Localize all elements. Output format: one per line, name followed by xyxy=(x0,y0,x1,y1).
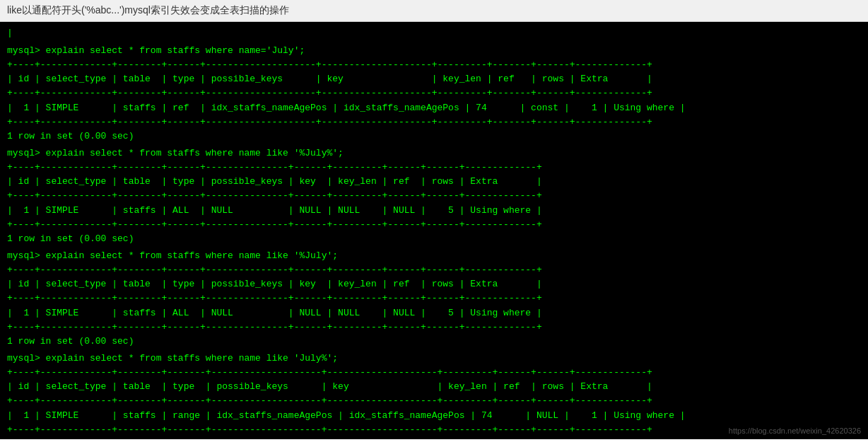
terminal: | mysql> explain select * from staffs wh… xyxy=(0,22,868,439)
terminal-line: | id | select_type | table | type | poss… xyxy=(7,277,861,291)
watermark: https://blog.csdn.net/weixin_42620326 xyxy=(729,426,861,435)
terminal-line: +----+-------------+--------+------+----… xyxy=(7,115,861,129)
terminal-line: mysql> explain select * from staffs wher… xyxy=(7,44,861,58)
terminal-line: +----+-------------+--------+------+----… xyxy=(7,58,861,72)
terminal-line: +----+-------------+--------+------+----… xyxy=(7,263,861,277)
terminal-line: mysql> explain select * from staffs wher… xyxy=(7,352,861,366)
terminal-line: | id | select_type | table | type | poss… xyxy=(7,72,861,86)
terminal-line: +----+-------------+--------+------+----… xyxy=(7,161,861,175)
terminal-line: 1 row in set (0.00 sec) xyxy=(7,232,861,246)
terminal-line: mysql> explain select * from staffs wher… xyxy=(7,249,861,263)
terminal-line: +----+-------------+--------+------+----… xyxy=(7,86,861,100)
terminal-line: | 1 | SIMPLE | staffs | ref | idx_staffs… xyxy=(7,101,861,115)
terminal-line: +----+-------------+--------+------+----… xyxy=(7,291,861,306)
terminal-line: | id | select_type | table | type | poss… xyxy=(7,380,861,394)
terminal-line: | 1 | SIMPLE | staffs | range | idx_staf… xyxy=(7,409,861,423)
terminal-line: mysql> explain select * from staffs wher… xyxy=(7,146,861,161)
terminal-line: +----+-------------+--------+------+----… xyxy=(7,218,861,232)
terminal-line: 1 row in set (0.00 sec) xyxy=(7,129,861,144)
terminal-line: 1 row in set (0.00 sec) xyxy=(7,437,861,439)
terminal-line: +----+-------------+--------+-------+---… xyxy=(7,394,861,408)
block2: mysql> explain select * from staffs wher… xyxy=(7,146,861,246)
terminal-line: +----+-------------+--------+------+----… xyxy=(7,189,861,203)
terminal-line: +----+-------------+--------+-------+---… xyxy=(7,366,861,380)
title-text: like以通配符开头('%abc...')mysql索引失效会变成全表扫描的操作 xyxy=(7,4,289,16)
block3: mysql> explain select * from staffs wher… xyxy=(7,249,861,349)
cursor-line: | xyxy=(7,28,861,38)
cursor: | xyxy=(7,28,13,38)
terminal-line: | id | select_type | table | type | poss… xyxy=(7,175,861,189)
terminal-line: 1 row in set (0.00 sec) xyxy=(7,335,861,349)
terminal-line: +----+-------------+--------+------+----… xyxy=(7,320,861,335)
terminal-line: | 1 | SIMPLE | staffs | ALL | NULL | NUL… xyxy=(7,306,861,320)
terminal-line: | 1 | SIMPLE | staffs | ALL | NULL | NUL… xyxy=(7,204,861,218)
title-bar: like以通配符开头('%abc...')mysql索引失效会变成全表扫描的操作 xyxy=(0,0,868,22)
blocks-container: mysql> explain select * from staffs wher… xyxy=(7,44,861,439)
block1: mysql> explain select * from staffs wher… xyxy=(7,44,861,144)
